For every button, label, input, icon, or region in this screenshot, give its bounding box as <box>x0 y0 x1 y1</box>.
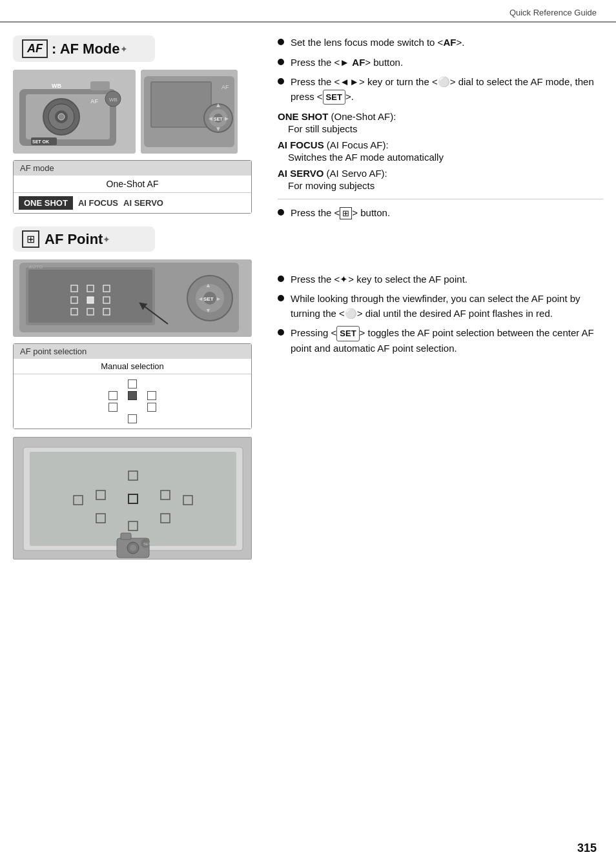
ai-focus-paren: (AI Focus AF): <box>327 139 389 150</box>
af-mode-text: : AF Mode <box>52 41 120 57</box>
af-point-bullets-2: Press the <✦> key to select the AF point… <box>278 272 603 356</box>
bullet-afpoint-key: Press the <✦> key to select the AF point… <box>278 272 603 287</box>
af-option-ai-focus: AI FOCUS <box>78 198 118 208</box>
bullet-set-toggle-text: Pressing <SET> toggles the AF point sele… <box>291 326 603 356</box>
one-shot-heading: ONE SHOT <box>278 111 328 122</box>
one-shot-paren: (One-Shot AF): <box>331 111 396 122</box>
afpoint-mid-right <box>147 391 156 400</box>
svg-text:SET: SET <box>143 542 151 546</box>
af-mode-selected-value: One-Shot AF <box>14 176 251 193</box>
right-column: Set the lens focus mode switch to <AF>. … <box>271 35 603 567</box>
svg-text:▲: ▲ <box>205 282 211 288</box>
afpoint-row-1 <box>108 379 156 389</box>
viewfinder-box: SET <box>13 437 252 560</box>
svg-text:SET OK: SET OK <box>32 139 49 144</box>
ai-servo-heading: AI SERVO <box>278 168 323 179</box>
svg-text:WB: WB <box>109 97 118 103</box>
ai-servo-paren: (AI Servo AF): <box>327 168 387 179</box>
ai-focus-section: AI FOCUS (AI Focus AF): <box>278 139 603 150</box>
afpoint-bot-right <box>147 403 156 412</box>
camera-left-image: WB SET OK AF WB <box>13 70 136 154</box>
afpoint-selection-header: AF point selection <box>14 344 251 359</box>
svg-text:SET: SET <box>214 117 223 121</box>
af-mode-section-title: AF : AF Mode ✦ <box>13 35 155 62</box>
camera-images: WB SET OK AF WB <box>13 70 265 154</box>
page-number: 315 <box>577 842 597 855</box>
svg-rect-63 <box>121 533 131 540</box>
camera-right-svg: SET AF ▲ ▼ ◄ ► <box>141 70 238 154</box>
svg-rect-6 <box>90 81 110 90</box>
af-mode-options: ONE SHOT AI FOCUS AI SERVO <box>14 193 251 213</box>
page-header: Quick Reference Guide <box>0 0 616 23</box>
bullet-press-af: Press the <► AF> button. <box>278 56 603 70</box>
ai-servo-section: AI SERVO (AI Servo AF): <box>278 168 603 179</box>
svg-text:▼: ▼ <box>205 307 211 314</box>
svg-text:AF: AF <box>90 98 98 105</box>
af-mode-selection-box: AF mode One-Shot AF ONE SHOT AI FOCUS AI… <box>13 160 252 214</box>
svg-text:WB: WB <box>52 83 61 89</box>
bullet-press-key-text: Press the <◄►> key or turn the <⚪> dial … <box>291 75 603 105</box>
bullet-dot-7 <box>278 329 284 336</box>
spacer-align <box>278 227 603 272</box>
bullet-dot-3 <box>278 78 284 85</box>
afpoint-star: ✦ <box>103 234 110 245</box>
one-shot-section: ONE SHOT (One-Shot AF): <box>278 111 603 122</box>
header-title: Quick Reference Guide <box>509 8 597 17</box>
af-mode-star: ✦ <box>120 44 128 54</box>
af-point-bullets: Press the <⊞> button. <box>278 206 603 221</box>
af-option-one-shot: ONE SHOT <box>19 196 73 210</box>
afpoint-icon: ⊞ <box>22 230 39 248</box>
bullet-viewfinder: While looking through the viewfinder, yo… <box>278 292 603 321</box>
afpoint-camera-svg: SET AUTO ▲ ▼ ◄ ► <box>13 259 252 337</box>
bullet-press-key: Press the <◄►> key or turn the <⚪> dial … <box>278 75 603 105</box>
bullet-dot-2 <box>278 59 284 65</box>
bullet-set-toggle: Pressing <SET> toggles the AF point sele… <box>278 326 603 356</box>
svg-text:AUTO: AUTO <box>28 264 43 270</box>
afpoint-row-2 <box>108 391 156 400</box>
afpoint-mid-center <box>128 391 137 400</box>
af-point-section-title: ⊞ AF Point ✦ <box>13 227 155 252</box>
afpoint-bot-center <box>128 414 137 423</box>
svg-text:SET: SET <box>203 296 214 302</box>
svg-text:►: ► <box>223 115 230 122</box>
viewfinder-svg: SET <box>14 438 252 560</box>
afpoint-row-3 <box>108 403 156 412</box>
camera-right-image: SET AF ▲ ▼ ◄ ► <box>141 70 238 154</box>
svg-rect-17 <box>152 83 210 126</box>
afpoint-selection-box: AF point selection Manual selection <box>13 343 252 429</box>
bullet-lens-focus: Set the lens focus mode switch to <AF>. <box>278 35 603 50</box>
svg-text:◄: ◄ <box>198 296 203 302</box>
svg-text:AF: AF <box>221 84 229 90</box>
bullet-viewfinder-text: While looking through the viewfinder, yo… <box>291 292 603 321</box>
bullet-afpoint-key-text: Press the <✦> key to select the AF point… <box>291 272 467 287</box>
svg-point-65 <box>130 545 136 551</box>
afpoint-bot-left <box>108 403 118 412</box>
bullet-dot-6 <box>278 295 284 301</box>
bullet-dot-4 <box>278 209 284 216</box>
af-mode-bullets: Set the lens focus mode switch to <AF>. … <box>278 35 603 105</box>
ai-focus-subtext: Switches the AF mode automatically <box>288 150 603 164</box>
afpoint-mid-left <box>108 391 118 400</box>
afpoint-camera-image: SET AUTO ▲ ▼ ◄ ► <box>13 259 252 337</box>
svg-point-8 <box>58 114 65 120</box>
af-mode-box-header: AF mode <box>14 161 251 176</box>
one-shot-subtext: For still subjects <box>288 122 603 136</box>
section-divider <box>278 199 603 199</box>
bullet-press-af-text: Press the <► AF> button. <box>291 56 403 70</box>
bullet-dot-5 <box>278 276 284 282</box>
svg-text:◄: ◄ <box>207 115 214 122</box>
bullet-afpoint-press: Press the <⊞> button. <box>278 206 603 221</box>
afpoint-title-text: AF Point <box>45 231 103 248</box>
bullet-dot-1 <box>278 39 284 45</box>
af-icon: AF <box>22 39 48 58</box>
bullet-afpoint-press-text: Press the <⊞> button. <box>291 206 390 221</box>
svg-rect-52 <box>30 452 236 546</box>
afpoint-selection-mode: Manual selection <box>14 359 251 374</box>
afpoint-grid <box>14 374 251 429</box>
svg-text:►: ► <box>216 296 221 302</box>
af-option-ai-servo: AI SERVO <box>123 198 163 208</box>
camera-left-svg: WB SET OK AF WB <box>13 70 136 154</box>
svg-rect-35 <box>87 297 94 303</box>
svg-text:▲: ▲ <box>215 101 221 108</box>
ai-focus-heading: AI FOCUS <box>278 139 324 150</box>
